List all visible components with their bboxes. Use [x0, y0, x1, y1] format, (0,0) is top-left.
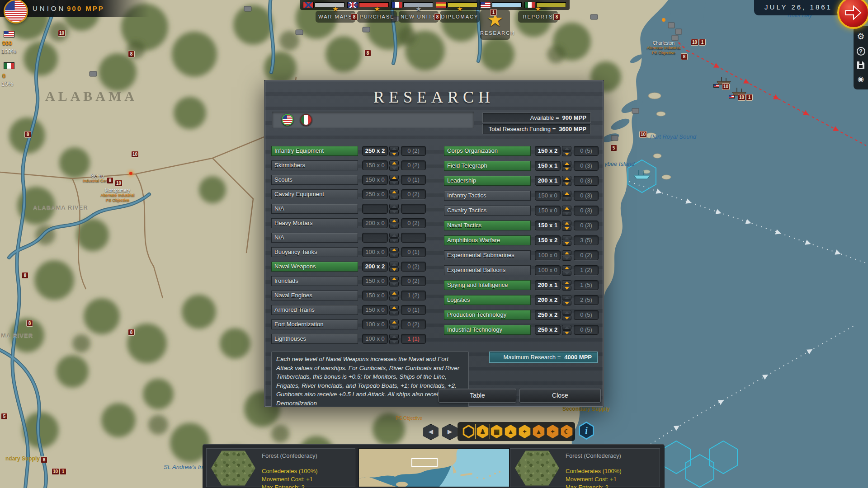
tech-label[interactable]: Skirmishers: [271, 160, 358, 170]
tech-increase-button[interactable]: [389, 218, 399, 223]
tech-label[interactable]: N/A: [271, 204, 358, 214]
tech-label[interactable]: Infantry Tactics: [444, 191, 531, 201]
tech-increase-button[interactable]: [562, 325, 571, 330]
upgrade-alt-icon[interactable]: ▲: [532, 425, 545, 438]
tech-decrease-button[interactable]: [562, 166, 571, 171]
tech-decrease-button[interactable]: [562, 151, 571, 156]
tech-label[interactable]: Heavy Mortars: [271, 218, 358, 228]
tech-label[interactable]: N/A: [271, 233, 358, 243]
tech-label[interactable]: Logistics: [444, 295, 531, 305]
tech-label[interactable]: Buoyancy Tanks: [271, 247, 358, 257]
tech-decrease-button[interactable]: [389, 209, 399, 214]
tech-decrease-button[interactable]: [389, 267, 399, 272]
tech-decrease-button[interactable]: [389, 310, 399, 315]
tech-increase-button[interactable]: [562, 221, 571, 225]
menu-button-purchase[interactable]: ★Purchase: [357, 11, 397, 23]
medical-mode-icon[interactable]: +: [518, 425, 531, 438]
tech-increase-button[interactable]: [389, 204, 399, 209]
tech-increase-button[interactable]: [562, 206, 571, 211]
tech-label[interactable]: Naval Weapons: [271, 262, 358, 272]
tech-increase-button[interactable]: [389, 291, 399, 296]
mexico-nation-button[interactable]: [300, 114, 312, 126]
tech-increase-button[interactable]: [389, 319, 399, 324]
tech-label[interactable]: Cavalry Tactics: [444, 206, 531, 216]
medical-alt-icon[interactable]: +: [546, 425, 559, 438]
tech-label[interactable]: Armored Trains: [271, 305, 358, 315]
tech-decrease-button[interactable]: [562, 330, 571, 335]
tech-decrease-button[interactable]: [389, 325, 399, 330]
tech-decrease-button[interactable]: [389, 151, 399, 156]
tech-decrease-button[interactable]: [389, 166, 399, 171]
tech-label[interactable]: Spying and Intelligence: [444, 280, 531, 290]
tech-label[interactable]: Lighthouses: [271, 334, 358, 344]
tech-decrease-button[interactable]: [389, 224, 399, 229]
tech-increase-button[interactable]: [389, 233, 399, 238]
tech-decrease-button[interactable]: [562, 241, 571, 246]
tech-increase-button[interactable]: [562, 235, 571, 240]
tech-label[interactable]: Scouts: [271, 175, 358, 185]
tech-decrease-button[interactable]: [562, 226, 571, 231]
tech-label[interactable]: Field Telegraph: [444, 161, 531, 171]
tech-increase-button[interactable]: [562, 161, 571, 166]
menu-button-reports[interactable]: ★Reports: [518, 11, 558, 23]
menu-button-new-units[interactable]: ★New Units: [399, 11, 439, 23]
tech-decrease-button[interactable]: [389, 180, 399, 185]
tech-decrease-button[interactable]: [389, 238, 399, 243]
tech-label[interactable]: Experimental Balloons: [444, 265, 531, 275]
tech-increase-button[interactable]: [562, 310, 571, 315]
tech-decrease-button[interactable]: [389, 195, 399, 200]
tech-increase-button[interactable]: [562, 146, 571, 151]
tech-label[interactable]: Naval Engines: [271, 291, 358, 300]
tech-label[interactable]: Naval Tactics: [444, 221, 531, 230]
tech-decrease-button[interactable]: [389, 282, 399, 286]
tech-decrease-button[interactable]: [562, 271, 571, 276]
tech-decrease-button[interactable]: [389, 253, 399, 258]
tech-increase-button[interactable]: [389, 160, 399, 165]
hex-outline-icon[interactable]: [462, 425, 475, 438]
end-turn-button[interactable]: [837, 0, 868, 29]
minimap[interactable]: [359, 448, 509, 487]
tech-increase-button[interactable]: [389, 247, 399, 252]
tech-decrease-button[interactable]: [562, 315, 571, 320]
tech-label[interactable]: Experimental Submarines: [444, 250, 531, 260]
settings-icon[interactable]: ⚙: [857, 32, 864, 41]
usa-nation-button[interactable]: [282, 114, 293, 126]
tech-decrease-button[interactable]: [562, 196, 571, 201]
tech-increase-button[interactable]: [562, 176, 571, 181]
tech-label[interactable]: Production Technology: [444, 310, 531, 320]
tech-decrease-button[interactable]: [562, 286, 571, 291]
tech-increase-button[interactable]: [389, 146, 399, 151]
tech-increase-button[interactable]: [562, 295, 571, 300]
tech-label[interactable]: Leadership: [444, 176, 531, 186]
tech-increase-button[interactable]: [562, 250, 571, 255]
record-icon[interactable]: ◉: [858, 75, 864, 84]
tech-decrease-button[interactable]: [562, 211, 571, 216]
save-icon[interactable]: [857, 61, 864, 69]
upgrade-mode-icon[interactable]: ▲: [504, 425, 517, 438]
tech-decrease-button[interactable]: [562, 181, 571, 186]
tech-label[interactable]: Fort Modernization: [271, 319, 358, 329]
tech-increase-button[interactable]: [389, 334, 399, 339]
tech-label[interactable]: Cavalry Equipment: [271, 189, 358, 199]
tech-label[interactable]: Ironclads: [271, 276, 358, 286]
tech-increase-button[interactable]: [389, 276, 399, 281]
tech-increase-button[interactable]: [562, 280, 571, 285]
help-icon[interactable]: ?: [857, 47, 865, 56]
night-mode-icon[interactable]: ☾: [560, 425, 573, 438]
menu-button-war-maps[interactable]: ★War Maps: [316, 11, 355, 23]
menu-button-diplomacy[interactable]: ★Diplomacy: [440, 11, 480, 23]
tech-increase-button[interactable]: [562, 265, 571, 270]
tech-label[interactable]: Industrial Technology: [444, 325, 531, 335]
table-button[interactable]: Table: [439, 389, 516, 403]
tech-label[interactable]: Corps Organization: [444, 146, 531, 156]
tech-increase-button[interactable]: [389, 175, 399, 180]
tech-increase-button[interactable]: [562, 191, 571, 196]
tech-decrease-button[interactable]: [389, 339, 399, 344]
close-button[interactable]: Close: [519, 389, 601, 403]
resource-mode-icon[interactable]: ▦: [490, 425, 503, 438]
tech-decrease-button[interactable]: [562, 300, 571, 305]
tech-increase-button[interactable]: [389, 305, 399, 310]
tech-label[interactable]: Amphibious Warfare: [444, 235, 531, 245]
tech-label[interactable]: Infantry Equipment: [271, 146, 358, 156]
tech-decrease-button[interactable]: [389, 296, 399, 301]
